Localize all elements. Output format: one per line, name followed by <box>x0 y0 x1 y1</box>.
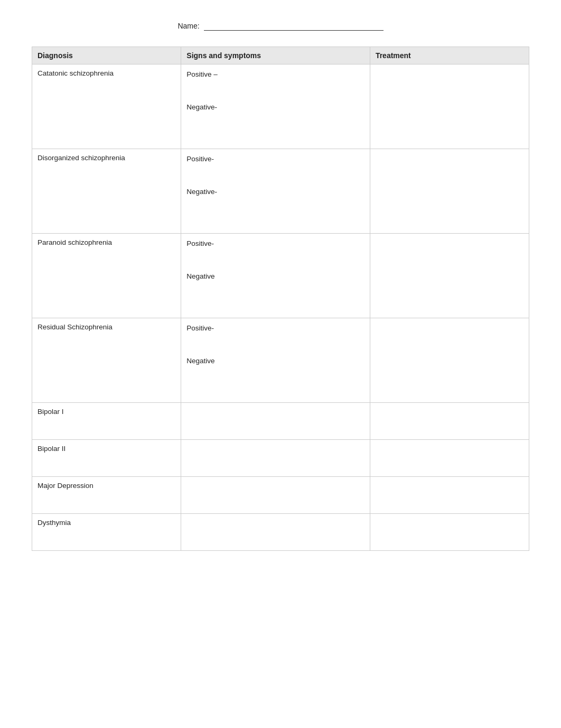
cell-treatment <box>370 234 529 318</box>
symptom-negative-text: Negative- <box>186 102 364 113</box>
cell-symptoms <box>181 514 370 551</box>
symptom-positive-text: Positive – <box>186 69 364 80</box>
diagnosis-text: Bipolar II <box>38 445 66 453</box>
col-header-symptoms: Signs and symptoms <box>181 47 370 64</box>
symptom-positive-text: Positive- <box>186 322 364 334</box>
diagnosis-text: Major Depression <box>38 482 94 490</box>
name-label: Name: <box>177 22 199 30</box>
name-input-line[interactable] <box>204 21 384 31</box>
cell-treatment <box>370 403 529 440</box>
diagnosis-text: Disorganized schizophrenia <box>38 154 125 162</box>
table-row: Paranoid schizophreniaPositive-Negative <box>32 234 529 318</box>
diagnosis-text: Paranoid schizophrenia <box>38 238 112 246</box>
diagnosis-text: Residual Schizophrenia <box>38 323 113 331</box>
cell-treatment <box>370 514 529 551</box>
table-row: Major Depression <box>32 477 529 514</box>
cell-treatment <box>370 318 529 403</box>
cell-diagnosis: Disorganized schizophrenia <box>32 149 181 234</box>
table-row: Disorganized schizophreniaPositive-Negat… <box>32 149 529 234</box>
table-row: Bipolar I <box>32 403 529 440</box>
diagnosis-text: Catatonic schizophrenia <box>38 69 114 77</box>
cell-symptoms <box>181 440 370 477</box>
cell-diagnosis: Catatonic schizophrenia <box>32 64 181 149</box>
cell-treatment <box>370 149 529 234</box>
name-field-container: Name: <box>32 21 529 31</box>
cell-diagnosis: Residual Schizophrenia <box>32 318 181 403</box>
symptom-negative-text: Negative <box>186 271 364 282</box>
cell-symptoms: Positive –Negative- <box>181 64 370 149</box>
diagnosis-text: Dysthymia <box>38 519 71 527</box>
table-header-row: Diagnosis Signs and symptoms Treatment <box>32 47 529 64</box>
col-header-diagnosis: Diagnosis <box>32 47 181 64</box>
symptom-negative-text: Negative <box>186 355 364 367</box>
cell-symptoms <box>181 403 370 440</box>
cell-diagnosis: Dysthymia <box>32 514 181 551</box>
cell-treatment <box>370 440 529 477</box>
cell-treatment <box>370 477 529 514</box>
diagnosis-text: Bipolar I <box>38 408 64 416</box>
table-row: Dysthymia <box>32 514 529 551</box>
table-row: Residual SchizophreniaPositive-Negative <box>32 318 529 403</box>
diagnosis-table: Diagnosis Signs and symptoms Treatment C… <box>32 47 529 551</box>
cell-diagnosis: Bipolar I <box>32 403 181 440</box>
cell-diagnosis: Bipolar II <box>32 440 181 477</box>
symptom-positive-text: Positive- <box>186 238 364 250</box>
table-row: Bipolar II <box>32 440 529 477</box>
cell-diagnosis: Major Depression <box>32 477 181 514</box>
cell-symptoms: Positive-Negative <box>181 318 370 403</box>
col-header-treatment: Treatment <box>370 47 529 64</box>
symptom-positive-text: Positive- <box>186 153 364 165</box>
table-row: Catatonic schizophreniaPositive –Negativ… <box>32 64 529 149</box>
cell-symptoms: Positive-Negative <box>181 234 370 318</box>
cell-symptoms <box>181 477 370 514</box>
cell-diagnosis: Paranoid schizophrenia <box>32 234 181 318</box>
cell-treatment <box>370 64 529 149</box>
cell-symptoms: Positive-Negative- <box>181 149 370 234</box>
symptom-negative-text: Negative- <box>186 186 364 198</box>
